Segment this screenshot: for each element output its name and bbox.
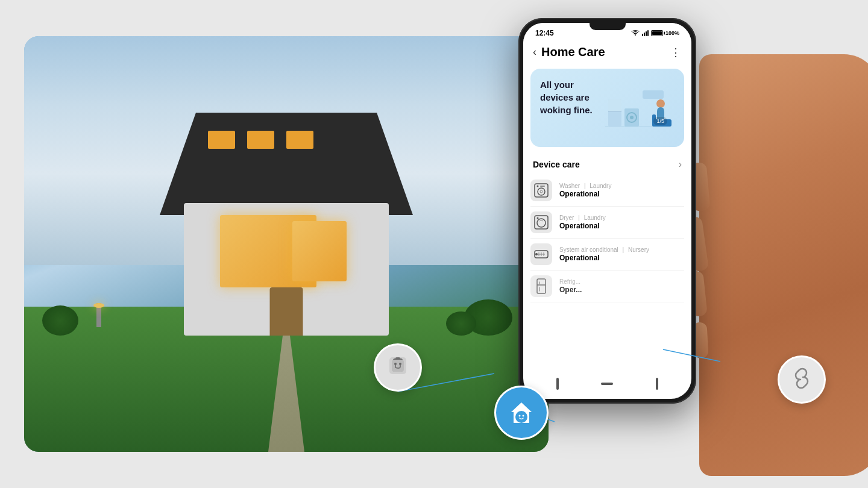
ac-icon-box (530, 243, 552, 265)
ac-status: Operational (559, 254, 684, 262)
fridge-status: Oper... (559, 286, 684, 294)
hand (699, 54, 868, 476)
svg-point-10 (519, 415, 521, 417)
nav-back-button[interactable] (556, 378, 559, 390)
svg-point-29 (537, 219, 546, 227)
bottom-nav (523, 375, 691, 393)
dryer-info: Dryer | Laundry Operational (559, 214, 684, 230)
svg-point-8 (399, 363, 401, 365)
status-time: 12:45 (535, 29, 554, 37)
device-care-section[interactable]: Device care › (523, 152, 691, 175)
washer-device-icon (533, 182, 550, 199)
ac-device-icon (533, 246, 550, 263)
washer-info: Washer | Laundry Operational (559, 183, 684, 198)
power-icon (387, 355, 409, 381)
banner-title: All your devices are woking fine. (540, 78, 596, 116)
status-banner: All your devices are woking fine. (530, 69, 684, 147)
fridge-info: Refrig... Oper... (559, 278, 684, 294)
device-item-ac[interactable]: System air conditional | Nursery Operati… (530, 239, 684, 271)
svg-point-30 (537, 217, 539, 219)
washer-status: Operational (559, 190, 684, 198)
ac-name-row: System air conditional | Nursery (559, 246, 684, 253)
back-button[interactable]: ‹ (533, 46, 536, 58)
dryer-device-icon (533, 214, 550, 231)
washer-icon-box (530, 180, 552, 201)
banner-counter: 1/5 (653, 117, 667, 125)
phone-screen: 12:45 (523, 23, 691, 399)
svg-rect-14 (608, 99, 621, 111)
home-circle[interactable] (494, 386, 549, 440)
svg-rect-37 (537, 279, 546, 293)
banner-illustration: 1/5 (602, 78, 675, 133)
device-item-washer[interactable]: Washer | Laundry Operational (530, 175, 684, 207)
battery-icon (651, 30, 663, 36)
power-circle[interactable] (374, 343, 422, 392)
wifi-icon (631, 30, 640, 36)
house-background (24, 36, 549, 452)
phone-device: 12:45 (518, 18, 696, 404)
svg-point-9 (515, 411, 527, 423)
device-care-label: Device care (533, 160, 580, 169)
svg-point-18 (630, 116, 634, 119)
nav-home-button[interactable] (601, 383, 613, 385)
phone-notch (590, 23, 626, 30)
signal-icon (642, 30, 649, 36)
svg-rect-19 (643, 90, 664, 99)
svg-point-7 (394, 363, 397, 365)
svg-point-24 (538, 188, 545, 195)
battery-percent: 100% (665, 30, 679, 36)
nav-recents-button[interactable] (656, 378, 658, 390)
device-list: Washer | Laundry Operational (523, 175, 691, 302)
phone-wrapper: 12:45 (494, 6, 868, 488)
device-item-dryer[interactable]: Dryer | Laundry Operational (530, 207, 684, 239)
svg-point-11 (523, 415, 524, 417)
status-icons: 100% (631, 30, 679, 36)
page: 12:45 (0, 0, 868, 488)
ac-info: System air conditional | Nursery Operati… (559, 246, 684, 262)
fridge-name-row: Refrig... (559, 278, 684, 285)
svg-point-26 (537, 186, 539, 187)
dryer-status: Operational (559, 222, 684, 230)
svg-rect-6 (392, 360, 404, 372)
dryer-name-row: Dryer | Laundry (559, 214, 684, 221)
page-title: Home Care (541, 45, 605, 59)
fridge-icon-box (530, 275, 552, 297)
svg-rect-27 (540, 186, 545, 187)
fridge-device-icon (533, 278, 550, 295)
link-icon (791, 368, 813, 392)
dryer-icon-box (530, 211, 552, 233)
svg-point-20 (656, 99, 665, 108)
more-menu-button[interactable]: ⋮ (670, 46, 682, 59)
device-care-chevron: › (679, 159, 682, 170)
svg-point-36 (535, 253, 538, 255)
link-circle[interactable] (778, 355, 826, 404)
washer-name-row: Washer | Laundry (559, 183, 684, 189)
svg-point-25 (540, 190, 542, 193)
device-item-fridge[interactable]: Refrig... Oper... (530, 271, 684, 302)
app-header: ‹ Home Care ⋮ (523, 40, 691, 64)
